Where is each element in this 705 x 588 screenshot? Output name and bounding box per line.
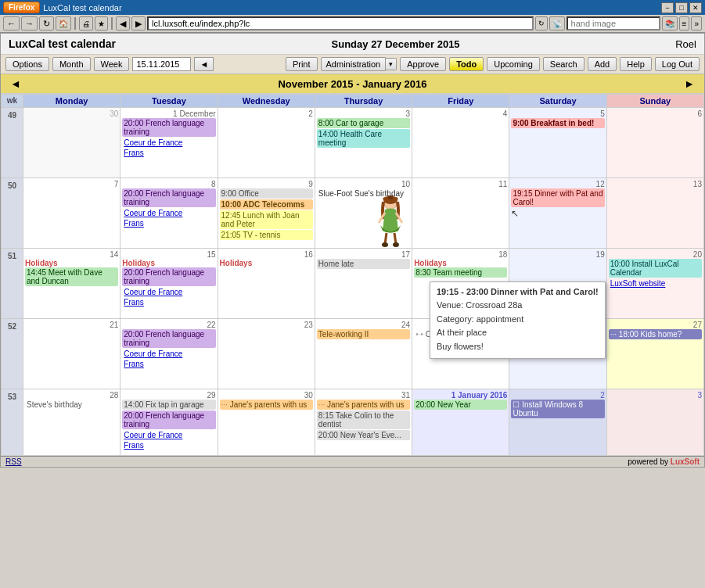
- nav-prev-toolbar[interactable]: ◄: [194, 57, 214, 71]
- upcoming-button[interactable]: Upcoming: [487, 57, 540, 71]
- cell-dec6[interactable]: 6: [607, 108, 704, 178]
- event[interactable]: ··· Jane's parents with us: [317, 400, 410, 410]
- more-btn[interactable]: »: [691, 16, 702, 30]
- forward-btn[interactable]: →: [21, 16, 38, 30]
- cell-dec4[interactable]: 4: [412, 108, 509, 178]
- cell-dec24[interactable]: 24 Tele-working II: [315, 319, 412, 389]
- event[interactable]: 20:00 New Year's Eve...: [317, 430, 410, 440]
- event[interactable]: 20:00 French language training: [122, 118, 215, 137]
- cell-dec14[interactable]: 14 Holidays 14:45 Meet with Dave and Dun…: [23, 249, 120, 319]
- cell-dec22[interactable]: 22 20:00 French language training Coeur …: [120, 319, 218, 389]
- event[interactable]: 8:00 Car to garage: [317, 118, 410, 128]
- help-button[interactable]: Help: [620, 57, 652, 71]
- logout-button[interactable]: Log Out: [655, 57, 700, 71]
- bookmark-btn[interactable]: ★: [95, 16, 108, 30]
- event[interactable]: Tele-working II: [317, 329, 410, 339]
- cell-dec23[interactable]: 23: [218, 319, 315, 389]
- refresh-btn[interactable]: ↻: [535, 16, 548, 30]
- cell-dec13[interactable]: 13: [607, 178, 704, 249]
- bookmarks-side[interactable]: 📚: [662, 16, 678, 30]
- administration-button[interactable]: Administration: [321, 57, 387, 71]
- event[interactable]: ··· 18:00 Kids home?: [609, 329, 702, 339]
- cell-dec28[interactable]: 28 Steve's birthday: [23, 389, 120, 456]
- address-fwd[interactable]: ▶: [131, 16, 146, 30]
- cell-dec2[interactable]: 2: [218, 108, 315, 178]
- event[interactable]: Coeur de France: [122, 208, 215, 218]
- todo-button[interactable]: Todo: [449, 57, 484, 71]
- event[interactable]: 9:00 Breakfast in bed!: [511, 118, 604, 128]
- event[interactable]: Frans: [122, 218, 215, 228]
- cell-dec20[interactable]: 20 10:00 Install LuxCal Calendar LuxSoft…: [607, 249, 704, 319]
- event[interactable]: ··· Jane's parents with us: [220, 400, 313, 410]
- options-button[interactable]: Options: [5, 57, 49, 71]
- cal-nav-prev[interactable]: ◄: [10, 77, 21, 90]
- cell-dec3[interactable]: 3 8:00 Car to garage 14:00 Health Care m…: [315, 108, 412, 178]
- win-close[interactable]: ✕: [689, 2, 702, 13]
- event[interactable]: LuxSoft website: [609, 278, 702, 289]
- home-btn[interactable]: 🏠: [56, 16, 71, 30]
- event[interactable]: 20:00 French language training: [122, 188, 215, 207]
- win-maximize[interactable]: □: [675, 2, 688, 13]
- event[interactable]: 12:45 Lunch with Joan and Peter: [220, 210, 313, 229]
- print-tb-btn[interactable]: 🖨: [79, 16, 93, 30]
- cell-dec8[interactable]: 8 20:00 French language training Coeur d…: [120, 178, 218, 249]
- cell-dec31[interactable]: 31 ··· Jane's parents with us 8:15 Take …: [315, 389, 412, 456]
- cal-nav-next[interactable]: ►: [684, 77, 695, 90]
- event[interactable]: ☐ Install Windows 8 Ubuntu: [511, 400, 604, 418]
- cell-dec1[interactable]: 1 December 20:00 French language trainin…: [120, 108, 218, 178]
- event[interactable]: 20:00 New Year: [414, 400, 507, 410]
- firefox-button[interactable]: Firefox: [3, 2, 40, 13]
- event[interactable]: 9:00 Office: [220, 188, 313, 199]
- event[interactable]: Coeur de France: [122, 287, 215, 297]
- event[interactable]: 14:45 Meet with Dave and Duncan: [25, 267, 118, 286]
- cell-dec29[interactable]: 29 14:00 Fix tap in garage 20:00 French …: [120, 389, 218, 456]
- event[interactable]: 20:00 French language training: [122, 329, 215, 348]
- cell-jan2[interactable]: 2 ☐ Install Windows 8 Ubuntu: [509, 389, 606, 456]
- event[interactable]: 10:00 ADC Telecomms: [220, 199, 313, 210]
- event[interactable]: Frans: [122, 297, 215, 307]
- event[interactable]: Coeur de France: [122, 430, 215, 440]
- address-input[interactable]: [147, 16, 534, 30]
- cell-jan1[interactable]: 1 January 2016 20:00 New Year: [412, 389, 509, 456]
- event-dinner[interactable]: 19:15 Dinner with Pat and Carol!: [511, 188, 604, 207]
- event[interactable]: Frans: [122, 359, 215, 369]
- administration-arrow[interactable]: ▾: [386, 58, 397, 70]
- event[interactable]: 14:00 Fix tap in garage: [122, 400, 215, 410]
- date-input[interactable]: [132, 57, 191, 71]
- cell-dec12[interactable]: 12 19:15 Dinner with Pat and Carol! ↖: [509, 178, 606, 249]
- search-button[interactable]: Search: [543, 57, 585, 71]
- cell-nov30[interactable]: 30: [23, 108, 120, 178]
- event[interactable]: 20:00 French language training: [122, 411, 215, 429]
- week-button[interactable]: Week: [94, 57, 130, 71]
- cell-dec17[interactable]: 17 Home late: [315, 249, 412, 319]
- cell-dec30[interactable]: 30 ··· Jane's parents with us: [218, 389, 315, 456]
- event[interactable]: 14:00 Health Care meeting: [317, 129, 410, 148]
- add-button[interactable]: Add: [588, 57, 617, 71]
- month-button[interactable]: Month: [52, 57, 91, 71]
- cell-dec7[interactable]: 7: [23, 178, 120, 249]
- event[interactable]: 8:15 Take Colin to the dentist: [317, 411, 410, 429]
- print-button[interactable]: Print: [286, 57, 318, 71]
- event[interactable]: Home late: [317, 259, 410, 269]
- cell-dec27-today[interactable]: 27 ··· 18:00 Kids home?: [607, 319, 704, 389]
- event[interactable]: 20:00 French language training: [122, 267, 215, 286]
- cell-dec5[interactable]: 5 9:00 Breakfast in bed!: [509, 108, 606, 178]
- back-btn[interactable]: ←: [3, 16, 20, 30]
- cell-dec21[interactable]: 21: [23, 319, 120, 389]
- cell-dec11[interactable]: 11: [412, 178, 509, 249]
- event[interactable]: Coeur de France: [122, 349, 215, 359]
- event[interactable]: Frans: [122, 440, 215, 450]
- cell-dec15[interactable]: 15 Holidays 20:00 French language traini…: [120, 249, 218, 319]
- approve-button[interactable]: Approve: [400, 57, 446, 71]
- search-input[interactable]: [567, 16, 660, 30]
- event[interactable]: 8:30 Team meeting: [414, 267, 507, 278]
- cell-jan3[interactable]: 3: [607, 389, 704, 456]
- event[interactable]: Coeur de France: [122, 138, 215, 148]
- cell-dec16[interactable]: 16 Holidays: [218, 249, 315, 319]
- event[interactable]: 21:05 TV - tennis: [220, 230, 313, 240]
- rss-link[interactable]: RSS: [5, 457, 22, 466]
- menu-btn[interactable]: ≡: [679, 16, 690, 30]
- address-back[interactable]: ◀: [116, 16, 130, 30]
- event[interactable]: 10:00 Install LuxCal Calendar: [609, 259, 702, 278]
- win-minimize[interactable]: −: [661, 2, 674, 13]
